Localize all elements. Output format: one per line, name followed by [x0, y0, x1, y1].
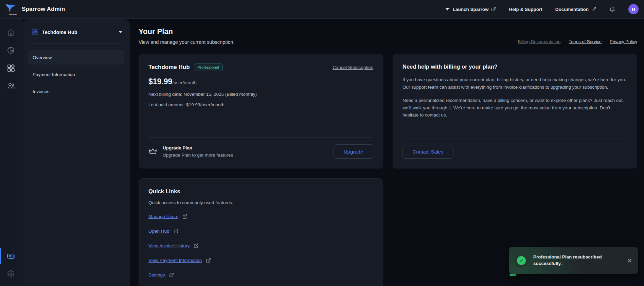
view-payment-information-link[interactable]: View Payment Information — [148, 258, 202, 263]
quick-link-row: Manage Users — [148, 214, 373, 219]
quick-links-card: Quick Links Quick access to commonly use… — [139, 178, 383, 286]
billing-help-card: Need help with billing or your plan? If … — [393, 54, 637, 168]
app-header: Admin Sparrow Admin Launch Sparrow Help … — [0, 0, 644, 19]
header-actions: Launch Sparrow Help & Support Documentat… — [445, 4, 639, 14]
manage-users-link[interactable]: Manage Users — [148, 214, 178, 219]
toast-progress-bar — [509, 274, 516, 276]
open-hub-link[interactable]: Open Hub — [148, 229, 169, 234]
sidebar-item-overview[interactable]: Overview — [28, 50, 124, 65]
cancel-subscription-link[interactable]: Cancel Subscription — [333, 65, 373, 70]
external-link-icon — [169, 272, 174, 278]
users-icon[interactable] — [5, 79, 17, 92]
upgrade-button[interactable]: Upgrade — [334, 144, 373, 159]
page-title: Your Plan — [139, 27, 235, 36]
sidebar-divider — [29, 43, 124, 43]
view-invoice-history-link[interactable]: View Invoice History — [148, 243, 190, 248]
plan-price: $19.99 — [148, 77, 172, 86]
bell-icon — [609, 6, 615, 13]
help-paragraph-2: Need a personalized recommendation, have… — [402, 97, 627, 119]
launch-sparrow-label: Launch Sparrow — [453, 7, 489, 12]
external-link-icon — [206, 258, 211, 263]
help-paragraph-1: If you have questions about your current… — [402, 76, 627, 91]
quick-links-subtitle: Quick access to commonly used features. — [148, 200, 373, 205]
sidebar-item-invoices[interactable]: Invoices — [28, 84, 124, 99]
sparrow-bird-icon — [5, 2, 16, 14]
launch-sparrow-button[interactable]: Launch Sparrow — [445, 7, 496, 12]
external-link-icon — [174, 229, 179, 234]
app-title: Sparrow Admin — [22, 6, 65, 13]
sidebar-item-label: Payment Information — [33, 72, 75, 77]
documentation-label: Documentation — [555, 7, 589, 12]
plan-price-suffix: /user/month — [172, 80, 196, 85]
apps-icon[interactable] — [5, 62, 17, 74]
documentation-button[interactable]: Documentation — [555, 7, 596, 12]
billing-documentation-link[interactable]: Billing Documentation — [518, 39, 561, 44]
success-icon-ring — [514, 253, 529, 268]
quick-link-row: Settings — [148, 272, 373, 278]
sidebar-item-label: Invoices — [33, 89, 50, 94]
sidebar-item-label: Overview — [33, 55, 52, 60]
workspace-selector[interactable]: Techdome Hub — [28, 27, 124, 38]
plan-card: Techdome Hub Professional Cancel Subscri… — [139, 54, 383, 168]
last-paid-amount: Last paid amount: $19.99/user/month — [148, 102, 373, 107]
settings-link[interactable]: Settings — [148, 272, 165, 278]
terms-of-service-link[interactable]: Terms of Service — [569, 39, 602, 44]
rail-bottom-group — [5, 250, 17, 281]
page-subtitle: View and manage your current subscriptio… — [139, 39, 235, 45]
plan-tier-badge: Professional — [194, 64, 223, 71]
sidebar: Techdome Hub Overview Payment Informatio… — [22, 19, 130, 286]
quick-link-row: View Payment Information — [148, 258, 373, 263]
external-link-icon — [194, 243, 199, 248]
toast-message: Professional Plan resubscribed successfu… — [533, 254, 615, 267]
workspace-icon — [31, 29, 38, 36]
legal-links: Billing Documentation Terms of Service P… — [518, 39, 637, 45]
sparrow-logo: Admin — [5, 2, 18, 16]
chevron-down-icon — [119, 31, 122, 33]
upgrade-plan-subtitle: Upgrade Plan to get more features — [163, 153, 233, 158]
contact-sales-button[interactable]: Contact Sales — [402, 145, 453, 159]
success-toast: Professional Plan resubscribed successfu… — [509, 247, 638, 274]
sidebar-item-payment-information[interactable]: Payment Information — [28, 67, 124, 82]
help-card-title: Need help with billing or your plan? — [402, 64, 627, 70]
home-icon[interactable] — [5, 26, 17, 39]
crown-icon — [148, 147, 157, 156]
privacy-policy-link[interactable]: Privacy Policy — [610, 39, 637, 44]
icon-rail — [0, 19, 22, 286]
notifications-button[interactable] — [609, 6, 615, 13]
help-support-label: Help & Support — [509, 7, 542, 12]
external-link-icon — [182, 214, 187, 219]
close-icon[interactable]: ✕ — [627, 257, 632, 264]
quick-links-title: Quick Links — [148, 188, 373, 195]
logo-admin-label: Admin — [9, 13, 17, 16]
external-link-icon — [591, 7, 596, 12]
active-indicator — [0, 248, 1, 264]
help-support-button[interactable]: Help & Support — [509, 7, 542, 12]
next-billing-date: Next billing date: November 15, 2025 (Bi… — [148, 92, 373, 97]
external-link-icon — [491, 7, 496, 12]
check-circle-icon — [517, 256, 526, 265]
analytics-icon[interactable] — [5, 44, 17, 56]
sparrow-bird-icon — [445, 7, 450, 12]
quick-links-list: Manage Users Open Hub View Invoice Histo… — [148, 214, 373, 278]
workspace-name: Techdome Hub — [42, 30, 115, 35]
main-content: Your Plan View and manage your current s… — [131, 19, 644, 286]
page-head: Your Plan View and manage your current s… — [139, 27, 637, 45]
card-divider — [402, 139, 627, 139]
quick-link-row: Open Hub — [148, 229, 373, 234]
upgrade-plan-title: Upgrade Plan — [163, 145, 233, 150]
plan-name: Techdome Hub — [148, 64, 190, 71]
quick-link-row: View Invoice History — [148, 243, 373, 248]
user-avatar[interactable]: H — [628, 4, 639, 14]
settings-icon[interactable] — [5, 268, 17, 280]
billing-icon[interactable] — [5, 250, 17, 262]
